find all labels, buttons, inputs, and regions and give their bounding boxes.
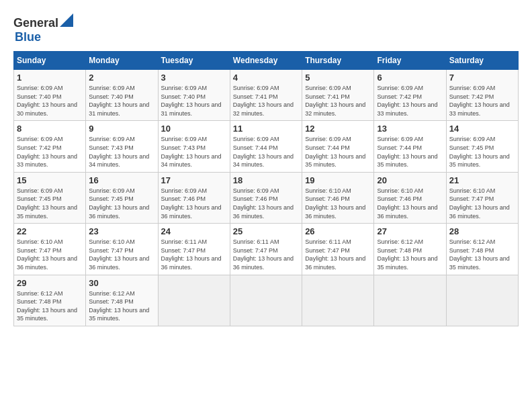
- day-info: Sunrise: 6:09 AMSunset: 7:40 PMDaylight:…: [89, 84, 154, 118]
- day-info: Sunrise: 6:10 AMSunset: 7:47 PMDaylight:…: [17, 238, 83, 271]
- calendar-cell: 11Sunrise: 6:09 AMSunset: 7:44 PMDayligh…: [230, 121, 302, 172]
- calendar-week-row: 1Sunrise: 6:09 AMSunset: 7:40 PMDaylight…: [14, 70, 519, 121]
- day-info: Sunrise: 6:12 AMSunset: 7:48 PMDaylight:…: [377, 238, 443, 271]
- day-info: Sunrise: 6:09 AMSunset: 7:40 PMDaylight:…: [161, 84, 227, 118]
- day-info: Sunrise: 6:10 AMSunset: 7:46 PMDaylight:…: [377, 187, 443, 220]
- logo-text-blue: Blue: [15, 30, 41, 44]
- day-info: Sunrise: 6:11 AMSunset: 7:47 PMDaylight:…: [233, 238, 299, 271]
- logo-text-general: General: [13, 16, 58, 30]
- day-number: 16: [89, 175, 154, 185]
- day-header-tuesday: Tuesday: [158, 52, 230, 70]
- calendar-cell: 8Sunrise: 6:09 AMSunset: 7:42 PMDaylight…: [14, 121, 86, 172]
- calendar-cell: 10Sunrise: 6:09 AMSunset: 7:43 PMDayligh…: [158, 121, 230, 172]
- day-number: 6: [377, 73, 443, 83]
- calendar-cell: 30Sunrise: 6:12 AMSunset: 7:48 PMDayligh…: [86, 275, 158, 326]
- svg-marker-0: [60, 13, 73, 27]
- logo-area: General Blue: [13, 13, 73, 44]
- calendar-cell: 12Sunrise: 6:09 AMSunset: 7:44 PMDayligh…: [302, 121, 374, 172]
- day-info: Sunrise: 6:09 AMSunset: 7:46 PMDaylight:…: [233, 187, 299, 220]
- day-number: 29: [17, 278, 83, 288]
- calendar-cell: 1Sunrise: 6:09 AMSunset: 7:40 PMDaylight…: [14, 70, 86, 121]
- logo: General Blue: [13, 13, 73, 44]
- logo-icon: [60, 13, 73, 27]
- calendar-cell: [230, 275, 302, 326]
- calendar-cell: 2Sunrise: 6:09 AMSunset: 7:40 PMDaylight…: [86, 70, 158, 121]
- calendar-table: SundayMondayTuesdayWednesdayThursdayFrid…: [13, 51, 519, 326]
- day-info: Sunrise: 6:09 AMSunset: 7:44 PMDaylight:…: [377, 135, 443, 169]
- calendar-cell: 22Sunrise: 6:10 AMSunset: 7:47 PMDayligh…: [14, 224, 86, 275]
- day-info: Sunrise: 6:09 AMSunset: 7:42 PMDaylight:…: [449, 84, 515, 118]
- day-info: Sunrise: 6:09 AMSunset: 7:46 PMDaylight:…: [161, 187, 227, 220]
- day-number: 7: [449, 73, 515, 83]
- day-number: 9: [89, 124, 154, 134]
- day-info: Sunrise: 6:11 AMSunset: 7:47 PMDaylight:…: [305, 238, 371, 271]
- calendar-cell: [374, 275, 446, 326]
- day-info: Sunrise: 6:09 AMSunset: 7:41 PMDaylight:…: [233, 84, 299, 118]
- day-info: Sunrise: 6:09 AMSunset: 7:44 PMDaylight:…: [305, 135, 371, 169]
- day-number: 3: [161, 73, 227, 83]
- day-info: Sunrise: 6:09 AMSunset: 7:45 PMDaylight:…: [17, 187, 83, 220]
- day-info: Sunrise: 6:10 AMSunset: 7:47 PMDaylight:…: [89, 238, 154, 271]
- calendar-week-row: 29Sunrise: 6:12 AMSunset: 7:48 PMDayligh…: [14, 275, 519, 326]
- calendar-cell: 25Sunrise: 6:11 AMSunset: 7:47 PMDayligh…: [230, 224, 302, 275]
- day-number: 5: [305, 73, 371, 83]
- day-header-saturday: Saturday: [446, 52, 518, 70]
- calendar-cell: 4Sunrise: 6:09 AMSunset: 7:41 PMDaylight…: [230, 70, 302, 121]
- calendar-cell: 9Sunrise: 6:09 AMSunset: 7:43 PMDaylight…: [86, 121, 158, 172]
- day-number: 19: [305, 175, 371, 185]
- day-number: 13: [377, 124, 443, 134]
- calendar-cell: [158, 275, 230, 326]
- day-number: 14: [449, 124, 515, 134]
- calendar-cell: 20Sunrise: 6:10 AMSunset: 7:46 PMDayligh…: [374, 172, 446, 223]
- day-info: Sunrise: 6:09 AMSunset: 7:44 PMDaylight:…: [233, 135, 299, 169]
- day-number: 12: [305, 124, 371, 134]
- day-info: Sunrise: 6:10 AMSunset: 7:47 PMDaylight:…: [449, 187, 515, 220]
- calendar-cell: 7Sunrise: 6:09 AMSunset: 7:42 PMDaylight…: [446, 70, 518, 121]
- calendar-cell: 18Sunrise: 6:09 AMSunset: 7:46 PMDayligh…: [230, 172, 302, 223]
- day-number: 18: [233, 175, 299, 185]
- calendar-cell: 26Sunrise: 6:11 AMSunset: 7:47 PMDayligh…: [302, 224, 374, 275]
- day-info: Sunrise: 6:10 AMSunset: 7:46 PMDaylight:…: [305, 187, 371, 220]
- day-number: 2: [89, 73, 154, 83]
- calendar-cell: 14Sunrise: 6:09 AMSunset: 7:45 PMDayligh…: [446, 121, 518, 172]
- calendar-week-row: 22Sunrise: 6:10 AMSunset: 7:47 PMDayligh…: [14, 224, 519, 275]
- calendar-cell: 13Sunrise: 6:09 AMSunset: 7:44 PMDayligh…: [374, 121, 446, 172]
- calendar-week-row: 8Sunrise: 6:09 AMSunset: 7:42 PMDaylight…: [14, 121, 519, 172]
- calendar-cell: 19Sunrise: 6:10 AMSunset: 7:46 PMDayligh…: [302, 172, 374, 223]
- day-number: 30: [89, 278, 154, 288]
- day-number: 23: [89, 226, 154, 236]
- day-number: 15: [17, 175, 83, 185]
- day-info: Sunrise: 6:11 AMSunset: 7:47 PMDaylight:…: [161, 238, 227, 271]
- calendar-cell: 5Sunrise: 6:09 AMSunset: 7:41 PMDaylight…: [302, 70, 374, 121]
- day-number: 1: [17, 73, 83, 83]
- day-number: 4: [233, 73, 299, 83]
- calendar-cell: 29Sunrise: 6:12 AMSunset: 7:48 PMDayligh…: [14, 275, 86, 326]
- calendar-cell: 17Sunrise: 6:09 AMSunset: 7:46 PMDayligh…: [158, 172, 230, 223]
- calendar-header-row: SundayMondayTuesdayWednesdayThursdayFrid…: [14, 52, 519, 70]
- day-info: Sunrise: 6:12 AMSunset: 7:48 PMDaylight:…: [17, 289, 83, 323]
- day-number: 8: [17, 124, 83, 134]
- day-info: Sunrise: 6:09 AMSunset: 7:40 PMDaylight:…: [17, 84, 83, 118]
- day-info: Sunrise: 6:12 AMSunset: 7:48 PMDaylight:…: [449, 238, 515, 271]
- day-header-wednesday: Wednesday: [230, 52, 302, 70]
- day-number: 21: [449, 175, 515, 185]
- day-number: 11: [233, 124, 299, 134]
- calendar-cell: 6Sunrise: 6:09 AMSunset: 7:42 PMDaylight…: [374, 70, 446, 121]
- day-info: Sunrise: 6:09 AMSunset: 7:42 PMDaylight:…: [377, 84, 443, 118]
- calendar-cell: 21Sunrise: 6:10 AMSunset: 7:47 PMDayligh…: [446, 172, 518, 223]
- day-number: 20: [377, 175, 443, 185]
- calendar-cell: 28Sunrise: 6:12 AMSunset: 7:48 PMDayligh…: [446, 224, 518, 275]
- calendar-cell: 3Sunrise: 6:09 AMSunset: 7:40 PMDaylight…: [158, 70, 230, 121]
- day-number: 22: [17, 226, 83, 236]
- calendar-week-row: 15Sunrise: 6:09 AMSunset: 7:45 PMDayligh…: [14, 172, 519, 223]
- day-info: Sunrise: 6:09 AMSunset: 7:42 PMDaylight:…: [17, 135, 83, 169]
- day-number: 28: [449, 226, 515, 236]
- day-number: 17: [161, 175, 227, 185]
- day-header-sunday: Sunday: [14, 52, 86, 70]
- calendar-body: 1Sunrise: 6:09 AMSunset: 7:40 PMDaylight…: [14, 70, 519, 326]
- calendar-cell: [446, 275, 518, 326]
- calendar-cell: 24Sunrise: 6:11 AMSunset: 7:47 PMDayligh…: [158, 224, 230, 275]
- day-info: Sunrise: 6:09 AMSunset: 7:43 PMDaylight:…: [161, 135, 227, 169]
- day-header-monday: Monday: [86, 52, 158, 70]
- day-number: 24: [161, 226, 227, 236]
